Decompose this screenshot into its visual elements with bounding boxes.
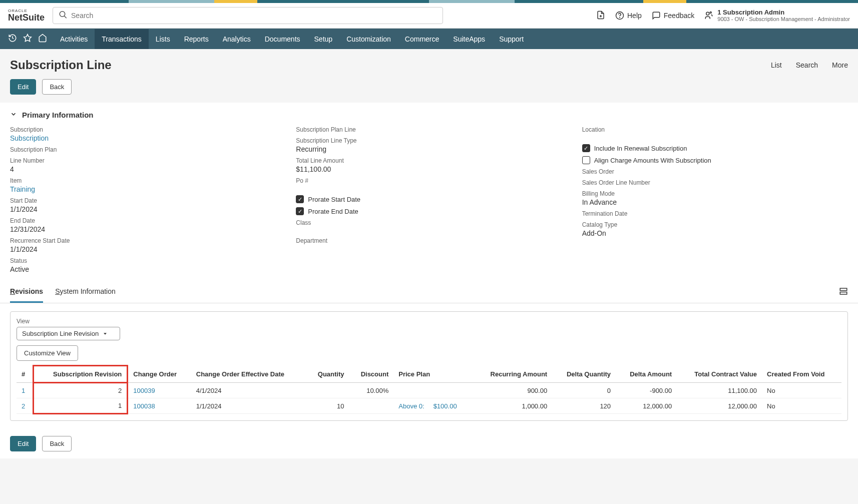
tab-system-info[interactable]: SSystem Informationystem Information — [55, 281, 116, 303]
view-label: View — [17, 318, 841, 325]
back-button[interactable]: Back — [42, 79, 72, 95]
action-more[interactable]: More — [832, 61, 848, 69]
col-price-plan[interactable]: Price Plan — [393, 366, 474, 383]
nav-items: Activities Transactions Lists Reports An… — [53, 29, 531, 49]
user-role: 9003 - OW - Subscription Management - Ad… — [717, 16, 850, 23]
user-info[interactable]: 1 Subscription Admin 9003 - OW - Subscri… — [704, 9, 850, 23]
end-date-value: 12/31/2024 — [10, 225, 276, 233]
col-recurring-amount[interactable]: Recurring Amount — [474, 366, 552, 383]
primary-info-header[interactable]: Primary Information — [10, 111, 848, 119]
tab-revisions[interactable]: RRevisionsevisions — [10, 281, 43, 303]
nav-documents[interactable]: Documents — [258, 29, 307, 49]
header-bar: ORACLE NetSuite Help Feedback 1 Subscrip… — [0, 3, 858, 29]
col-quantity[interactable]: Quantity — [306, 366, 349, 383]
department-label: Department — [296, 237, 562, 244]
include-renewal-label: Include In Renewal Subscription — [594, 145, 687, 152]
row-tcv: 12,000.00 — [677, 398, 762, 414]
col-discount[interactable]: Discount — [349, 366, 394, 383]
nav-suiteapps[interactable]: SuiteApps — [446, 29, 492, 49]
nav-lists[interactable]: Lists — [149, 29, 177, 49]
row-price-plan: Above 0: $100.00 — [393, 398, 474, 414]
subscription-link[interactable]: Subscription — [10, 134, 276, 142]
back-button-bottom[interactable]: Back — [42, 436, 72, 451]
row-delta-qty: 0 — [552, 383, 616, 398]
sublist-wrap: View Subscription Line Revision Customiz… — [0, 303, 858, 429]
create-new-icon[interactable] — [596, 11, 605, 21]
plan-line-label: Subscription Plan Line — [296, 126, 562, 133]
nav-analytics[interactable]: Analytics — [216, 29, 258, 49]
row-void: No — [762, 398, 841, 414]
search-icon — [59, 11, 68, 21]
subscription-label: Subscription — [10, 126, 276, 133]
start-date-label: Start Date — [10, 197, 276, 204]
sales-order-label: Sales Order — [582, 168, 848, 175]
nav-transactions[interactable]: Transactions — [95, 29, 149, 49]
svg-point-6 — [706, 12, 709, 15]
nav-commerce[interactable]: Commerce — [398, 29, 446, 49]
row-recurring: 1,000.00 — [474, 398, 552, 414]
col-subscription-revision[interactable]: Subscription Revision — [34, 366, 128, 383]
page-header: Subscription Line List Search More Edit … — [0, 49, 858, 103]
line-type-value: Recurring — [296, 145, 562, 153]
customize-view-button[interactable]: Customize View — [17, 345, 78, 361]
netsuite-logo[interactable]: ORACLE NetSuite — [8, 9, 45, 22]
total-amount-label: Total Line Amount — [296, 157, 562, 164]
line-number-value: 4 — [10, 165, 276, 173]
billing-mode-value: In Advance — [582, 198, 848, 206]
col-tcv[interactable]: Total Contract Value — [677, 366, 762, 383]
row-tcv: 11,100.00 — [677, 383, 762, 398]
layout-toggle-icon[interactable] — [839, 287, 848, 297]
nav-customization[interactable]: Customization — [339, 29, 398, 49]
nav-setup[interactable]: Setup — [307, 29, 340, 49]
prorate-start-label: Prorate Start Date — [308, 196, 360, 203]
col-delta-amount[interactable]: Delta Amount — [616, 366, 677, 383]
svg-rect-10 — [840, 292, 847, 295]
row-rev: 1 — [34, 398, 128, 414]
col-delta-qty[interactable]: Delta Quantity — [552, 366, 616, 383]
user-name: 1 Subscription Admin — [717, 9, 850, 17]
help-button[interactable]: Help — [615, 11, 642, 20]
col-num[interactable]: # — [17, 366, 34, 383]
row-num[interactable]: 2 — [17, 398, 34, 414]
table-row[interactable]: 1 2 100039 4/1/2024 10.00% 900.00 0 -900… — [17, 383, 841, 398]
feedback-button[interactable]: Feedback — [652, 11, 694, 20]
nav-reports[interactable]: Reports — [177, 29, 216, 49]
row-change-order[interactable]: 100039 — [128, 383, 191, 398]
search-input[interactable] — [53, 7, 443, 24]
star-icon[interactable] — [23, 34, 32, 44]
row-discount — [349, 398, 394, 414]
edit-button-bottom[interactable]: Edit — [10, 436, 36, 451]
row-recurring: 900.00 — [474, 383, 552, 398]
search-wrap — [53, 7, 443, 24]
edit-button[interactable]: Edit — [10, 79, 36, 95]
col-change-order[interactable]: Change Order — [128, 366, 191, 383]
catalog-type-value: Add-On — [582, 229, 848, 237]
svg-rect-9 — [840, 288, 847, 291]
item-link[interactable]: Training — [10, 185, 276, 193]
row-qty — [306, 383, 349, 398]
svg-marker-11 — [104, 333, 107, 334]
align-charges-label: Align Charge Amounts With Subscription — [594, 157, 711, 164]
row-num[interactable]: 1 — [17, 383, 34, 398]
catalog-type-label: Catalog Type — [582, 221, 848, 228]
svg-marker-8 — [24, 35, 32, 42]
row-delta-qty: 120 — [552, 398, 616, 414]
prorate-end-checkbox: ✓ — [296, 207, 304, 215]
nav-activities[interactable]: Activities — [53, 29, 95, 49]
history-icon[interactable] — [8, 34, 17, 44]
col-effective-date[interactable]: Change Order Effective Date — [191, 366, 306, 383]
row-rev: 2 — [34, 383, 128, 398]
nav-support[interactable]: Support — [492, 29, 531, 49]
svg-point-5 — [620, 17, 620, 18]
recurrence-start-label: Recurrence Start Date — [10, 237, 276, 244]
action-search[interactable]: Search — [796, 61, 818, 69]
row-discount: 10.00% — [349, 383, 394, 398]
action-list[interactable]: List — [771, 61, 782, 69]
revisions-table: # Subscription Revision Change Order Cha… — [17, 365, 841, 414]
row-change-order[interactable]: 100038 — [128, 398, 191, 414]
home-icon[interactable] — [38, 34, 47, 44]
col-void[interactable]: Created From Void — [762, 366, 841, 383]
view-select[interactable]: Subscription Line Revision — [17, 327, 120, 340]
table-row[interactable]: 2 1 100038 1/1/2024 10 Above 0: $100.00 … — [17, 398, 841, 414]
logo-netsuite: NetSuite — [8, 13, 45, 22]
